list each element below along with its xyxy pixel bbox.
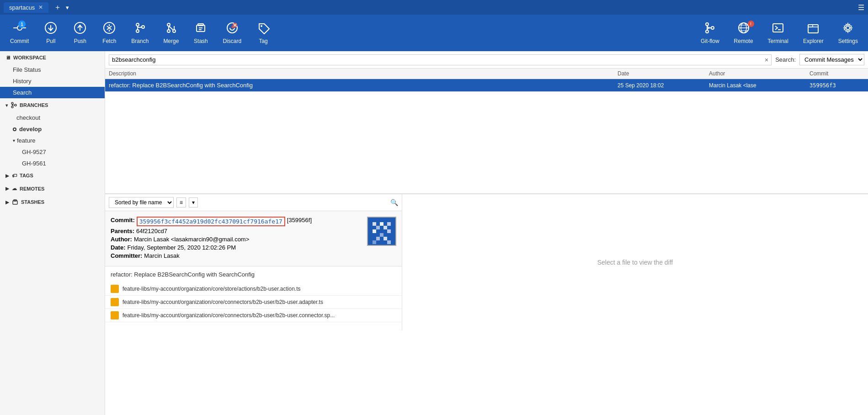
file-item-2[interactable]: feature-libs/my-account/organization/cor… xyxy=(105,309,402,322)
remote-button[interactable]: ! Remote xyxy=(728,19,760,47)
stash-button[interactable]: Stash xyxy=(187,19,214,47)
commit-parents: 64f2120cd7 xyxy=(136,228,167,234)
commit-row-parents: Parents: 64f2120cd7 xyxy=(111,228,362,234)
dropdown-button[interactable]: ▾ xyxy=(66,4,69,11)
svg-point-30 xyxy=(711,27,714,29)
sort-select[interactable]: Sorted by file name xyxy=(109,197,174,208)
col-commit: Commit xyxy=(809,70,864,77)
col-author: Author xyxy=(709,70,809,77)
sidebar-item-search[interactable]: Search xyxy=(0,87,105,98)
file-icon-0 xyxy=(111,285,119,293)
commit-row-date: Date: Friday, September 25, 2020 12:02:2… xyxy=(111,244,362,251)
search-type-select[interactable]: Commit MessagesAuthorFile PathCommit Has… xyxy=(799,54,864,65)
toolbar: 1 Commit Pull P xyxy=(0,15,868,51)
workspace-label: WORKSPACE xyxy=(13,55,46,60)
diff-placeholder: Select a file to view the diff xyxy=(597,259,673,266)
parents-field-label: Parents: xyxy=(111,228,134,234)
file-item-0[interactable]: feature-libs/my-account/organization/cor… xyxy=(105,282,402,296)
sidebar-branch-checkout[interactable]: checkout xyxy=(0,112,105,123)
explorer-button[interactable]: Explorer xyxy=(797,19,830,47)
stashes-label: STASHES xyxy=(21,199,44,205)
svg-point-41 xyxy=(846,26,850,30)
sidebar-item-history[interactable]: History xyxy=(0,75,105,87)
merge-icon xyxy=(165,21,177,36)
remotes-label: REMOTES xyxy=(20,186,44,192)
git-flow-button[interactable]: Git-flow xyxy=(694,19,726,47)
settings-label: Settings xyxy=(838,38,858,44)
explorer-label: Explorer xyxy=(803,38,824,44)
discard-button[interactable]: Discard xyxy=(216,19,248,47)
stashes-section[interactable]: ▶ STASHES xyxy=(0,195,105,209)
branch-button[interactable]: Branch xyxy=(125,19,155,47)
tags-icon: 🏷 xyxy=(12,173,17,178)
content-area: × Search: Commit MessagesAuthorFile Path… xyxy=(105,51,868,415)
sidebar-branch-feature[interactable]: ▾ feature xyxy=(0,135,105,146)
fetch-button[interactable]: Fetch xyxy=(96,19,123,47)
explorer-icon xyxy=(807,21,820,36)
search-input[interactable] xyxy=(112,56,765,63)
app-tab[interactable]: spartacus ✕ xyxy=(4,2,48,13)
clear-search-button[interactable]: × xyxy=(765,56,768,64)
workspace-section[interactable]: 🖥 WORKSPACE xyxy=(0,51,105,64)
svg-point-16 xyxy=(173,30,176,32)
commit-details-toolbar: Sorted by file name ≡ ▾ 🔍 xyxy=(105,194,402,211)
remotes-section[interactable]: ▶ ☁ REMOTES xyxy=(0,182,105,195)
commit-hash-short: [359956f] xyxy=(287,217,312,226)
commit-row-committer: Committer: Marcin Lasak xyxy=(111,252,396,259)
list-icon: ≡ xyxy=(180,199,183,206)
search-icon[interactable]: 🔍 xyxy=(390,199,398,206)
close-tab-button[interactable]: ✕ xyxy=(38,4,43,11)
commit-button[interactable]: 1 Commit xyxy=(4,19,35,47)
commit-committer: Marcin Lasak xyxy=(144,252,179,259)
col-date: Date xyxy=(618,70,709,77)
view-list-button[interactable]: ≡ xyxy=(176,197,186,208)
branches-label: BRANCHES xyxy=(20,102,48,108)
file-path-2: feature-libs/my-account/organization/cor… xyxy=(122,312,335,319)
tag-label: Tag xyxy=(259,38,267,44)
svg-rect-49 xyxy=(373,222,376,226)
file-path-0: feature-libs/my-account/organization/cor… xyxy=(122,286,301,292)
app-title: spartacus xyxy=(9,4,35,11)
new-tab-button[interactable]: ＋ xyxy=(51,3,64,12)
commit-date: 25 Sep 2020 18:02 xyxy=(618,82,709,89)
bottom-panel: Sorted by file name ≡ ▾ 🔍 xyxy=(105,193,868,330)
diff-area: Select a file to view the diff xyxy=(402,194,868,330)
svg-rect-56 xyxy=(380,233,383,237)
commit-label: Commit xyxy=(10,38,29,44)
sidebar-branch-develop[interactable]: develop xyxy=(0,123,105,135)
sidebar-branch-gh9561[interactable]: GH-9561 xyxy=(0,158,105,169)
commit-row-hash: Commit: 359956f3cf4452a919d02fc437091cf7… xyxy=(111,217,362,226)
tag-button[interactable]: Tag xyxy=(250,19,277,47)
commit-message: refactor: Replace B2BSearchConfig with S… xyxy=(105,266,402,282)
discard-icon xyxy=(226,21,239,36)
stashes-icon xyxy=(12,199,18,205)
merge-label: Merge xyxy=(163,38,179,44)
branches-section[interactable]: ▾ BRANCHES xyxy=(0,98,105,112)
file-item-1[interactable]: feature-libs/my-account/organization/cor… xyxy=(105,296,402,309)
sidebar-branch-gh9527[interactable]: GH-9527 xyxy=(0,146,105,158)
svg-point-43 xyxy=(11,106,13,108)
svg-rect-60 xyxy=(387,240,391,244)
terminal-button[interactable]: Terminal xyxy=(761,19,795,47)
search-input-wrapper: × xyxy=(109,54,772,65)
merge-button[interactable]: Merge xyxy=(157,19,185,47)
push-label: Push xyxy=(74,38,86,44)
menu-button[interactable]: ☰ xyxy=(858,3,864,12)
svg-rect-51 xyxy=(387,222,391,226)
commit-badge: 1 xyxy=(18,21,26,28)
stash-icon xyxy=(194,21,207,36)
svg-rect-39 xyxy=(808,25,818,33)
settings-button[interactable]: Settings xyxy=(832,19,864,47)
push-button[interactable]: Push xyxy=(66,19,94,47)
svg-rect-53 xyxy=(383,226,387,229)
svg-rect-50 xyxy=(380,222,383,226)
sidebar-item-file-status[interactable]: File Status xyxy=(0,64,105,75)
commit-row[interactable]: refactor: Replace B2BSearchConfig with S… xyxy=(105,79,868,92)
view-dropdown-button[interactable]: ▾ xyxy=(189,197,198,208)
pull-button[interactable]: Pull xyxy=(37,19,64,47)
branches-icon xyxy=(11,102,17,108)
title-bar: spartacus ✕ ＋ ▾ ☰ xyxy=(0,0,868,15)
svg-point-44 xyxy=(15,104,16,106)
tags-section[interactable]: ▶ 🏷 TAGS xyxy=(0,169,105,182)
commit-hash-full[interactable]: 359956f3cf4452a919d02fc437091cf7916afe17 xyxy=(137,217,285,226)
